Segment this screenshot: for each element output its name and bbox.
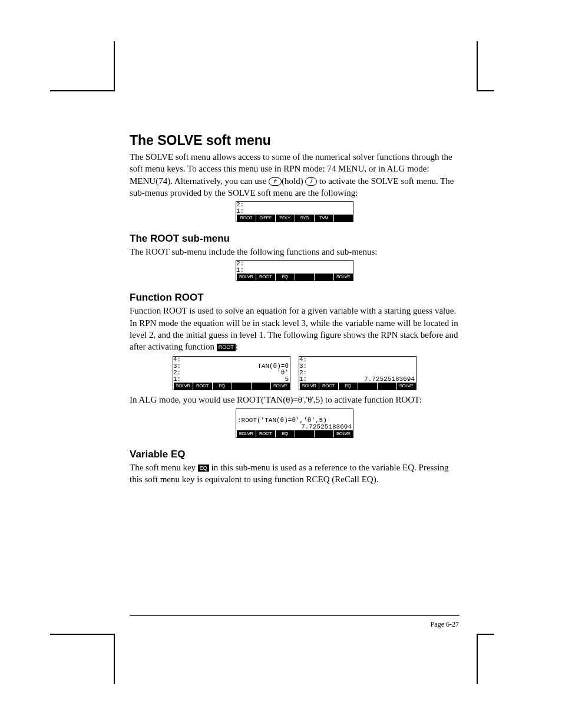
seven-key-icon: 7 bbox=[305, 177, 317, 186]
softkey: SOLVR bbox=[237, 274, 256, 281]
crop-mark-br bbox=[477, 634, 494, 684]
alg-input: :ROOT('TAN(θ)=θ','θ',5) bbox=[236, 417, 353, 424]
softkey: ROOT bbox=[193, 383, 212, 390]
softkey bbox=[295, 430, 314, 437]
text: The soft menu key bbox=[130, 463, 198, 472]
softkey: SOLVE bbox=[334, 430, 353, 437]
footer-rule bbox=[130, 615, 459, 616]
stack-label: 1: bbox=[173, 376, 181, 383]
shift-key-icon: ↱ bbox=[269, 177, 282, 186]
lcd-before: 4: 3:TAN(θ)=θ 2:'θ' 1:5 SOLVR ROOT EQ SO… bbox=[173, 356, 290, 390]
heading-solve: The SOLVE soft menu bbox=[130, 133, 459, 149]
stack-value: TAN(θ)=θ bbox=[181, 363, 290, 370]
crop-mark-tl bbox=[50, 41, 115, 91]
softkey: SOLVE bbox=[271, 383, 290, 390]
text: Function ROOT is used to solve an equati… bbox=[130, 306, 458, 351]
softkey: SOLVR bbox=[300, 383, 319, 390]
text: (hold) bbox=[282, 176, 305, 186]
softkey: EQ bbox=[276, 274, 295, 281]
para-function-root: Function ROOT is used to solve an equati… bbox=[130, 305, 459, 353]
para-root-submenu: The ROOT sub-menu include the following … bbox=[130, 246, 459, 258]
heading-root-submenu: The ROOT sub-menu bbox=[130, 233, 459, 245]
stack-label: 1: bbox=[236, 267, 244, 274]
softkey bbox=[315, 274, 333, 281]
softkey: SOLVR bbox=[174, 383, 193, 390]
crop-mark-tr bbox=[477, 41, 494, 91]
lcd-after: 4: 3: 2: 1:7.72525183694 SOLVR ROOT EQ S… bbox=[299, 356, 416, 390]
stack-value: 'θ' bbox=[181, 370, 290, 376]
lcd-pair: 4: 3:TAN(θ)=θ 2:'θ' 1:5 SOLVR ROOT EQ SO… bbox=[130, 356, 459, 390]
softkey: SOLVE bbox=[397, 383, 416, 390]
softkey: ROOT bbox=[237, 215, 256, 222]
para-alg: In ALG mode, you would use ROOT('TAN(θ)=… bbox=[130, 394, 459, 406]
softkey: SOLVE bbox=[334, 274, 353, 281]
softkey bbox=[232, 383, 251, 390]
softkey bbox=[252, 383, 270, 390]
page-number: Page 6-27 bbox=[431, 620, 459, 629]
stack-label: 1: bbox=[299, 376, 308, 383]
softkey bbox=[315, 430, 333, 437]
stack-value bbox=[308, 357, 416, 363]
softkey-row: ROOT DIFFE POLY SYS TVM bbox=[236, 215, 353, 222]
softkey: EQ bbox=[339, 383, 358, 390]
para-solve: The SOLVE soft menu allows access to som… bbox=[130, 151, 459, 199]
softkey-row: SOLVR ROOT EQ SOLVE bbox=[236, 430, 353, 437]
heading-variable-eq: Variable EQ bbox=[130, 449, 459, 460]
stack-value: 7.72525183694 bbox=[308, 376, 416, 383]
lcd-alg: :ROOT('TAN(θ)=θ','θ',5) 7.72525183694 SO… bbox=[236, 409, 353, 438]
softkey: EQ bbox=[276, 430, 295, 437]
softkey: SYS bbox=[295, 215, 314, 222]
para-variable-eq: The soft menu key EQ in this sub-menu is… bbox=[130, 462, 459, 486]
softkey: ROOT bbox=[319, 383, 338, 390]
eq-label-icon: EQ bbox=[198, 465, 209, 472]
softkey bbox=[378, 383, 396, 390]
crop-mark-bl bbox=[50, 634, 115, 684]
softkey: ROOT bbox=[256, 274, 275, 281]
softkey-row: SOLVR ROOT EQ SOLVE bbox=[236, 274, 353, 281]
softkey bbox=[358, 383, 377, 390]
softkey: ROOT bbox=[256, 430, 275, 437]
softkey: TVM bbox=[315, 215, 333, 222]
softkey-row: SOLVR ROOT EQ SOLVE bbox=[299, 383, 416, 390]
heading-function-root: Function ROOT bbox=[130, 292, 459, 304]
stack-value bbox=[308, 363, 416, 370]
softkey bbox=[334, 215, 353, 222]
stack-value: 5 bbox=[181, 376, 290, 383]
lcd-solve-menu: 2: 1: ROOT DIFFE POLY SYS TVM bbox=[236, 201, 353, 222]
softkey: EQ bbox=[213, 383, 232, 390]
softkey: SOLVR bbox=[237, 430, 256, 437]
stack-label: 1: bbox=[236, 208, 244, 215]
page-content: The SOLVE soft menu The SOLVE soft menu … bbox=[130, 133, 459, 485]
softkey bbox=[295, 274, 314, 281]
softkey-row: SOLVR ROOT EQ SOLVE bbox=[173, 383, 290, 390]
lcd-root-menu: 2: 1: SOLVR ROOT EQ SOLVE bbox=[236, 260, 353, 281]
text: : bbox=[236, 342, 238, 351]
alg-result: 7.72525183694 bbox=[236, 424, 353, 430]
softkey: DIFFE bbox=[256, 215, 275, 222]
root-label-icon: ROOT bbox=[217, 344, 236, 351]
softkey: POLY bbox=[276, 215, 295, 222]
